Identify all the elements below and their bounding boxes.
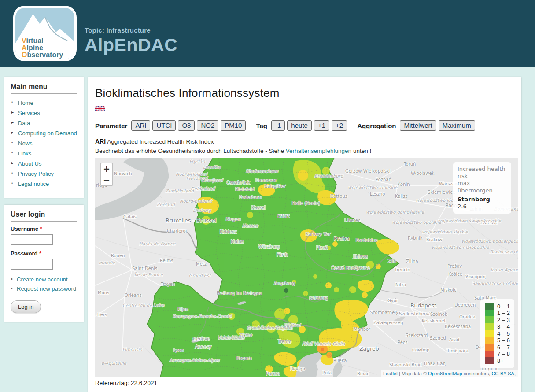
- parameter-button-o3[interactable]: O3: [178, 120, 195, 131]
- tag-button-2[interactable]: +2: [332, 120, 347, 131]
- legend-row: 4 – 5: [485, 330, 510, 337]
- legend-row: 5 – 6: [485, 337, 510, 344]
- password-field[interactable]: [11, 259, 53, 270]
- popup-line1: Increased health risk: [458, 166, 507, 180]
- vao-logo[interactable]: Virtual Alpine Observatory: [13, 6, 77, 61]
- page-body: Main menu •Home▸Services▸Data▸Computing …: [0, 70, 535, 392]
- username-field[interactable]: [11, 234, 53, 245]
- login-links: •Create new account•Request new password: [11, 275, 77, 293]
- sidebar-item-about-us[interactable]: ▸About Us: [11, 159, 77, 169]
- ccbysa-link[interactable]: CC-BY-SA: [491, 371, 514, 376]
- menu-link[interactable]: Computing on Demand: [18, 130, 77, 137]
- map-city-label: Lyon: [173, 348, 184, 353]
- map-city-label: Augsburg: [274, 281, 295, 286]
- map-city-label: Drenthe: [203, 165, 221, 170]
- legend-swatch: [485, 337, 494, 344]
- legend-label: 2 – 3: [497, 317, 510, 323]
- tag-button-heute[interactable]: heute: [287, 120, 312, 131]
- parameter-button-pm10[interactable]: PM10: [221, 120, 246, 131]
- tag-button-1[interactable]: -1: [271, 120, 285, 131]
- map-city-label: województwo śląskie: [422, 229, 468, 235]
- sidebar-item-legal-notice[interactable]: •Legal notice: [11, 179, 77, 189]
- sidebar-item-computing-on-demand[interactable]: ▸Computing on Demand: [11, 128, 77, 138]
- map-city-label: Szekszárd: [406, 333, 428, 338]
- leaflet-map[interactable]: NorwichridgeFryslânDrentheNoord-HollandF…: [95, 158, 518, 377]
- parameter-button-ari[interactable]: ARI: [131, 120, 150, 131]
- sidebar-item-links[interactable]: •Links: [11, 148, 77, 159]
- legend-label: 0 – 1: [497, 303, 510, 310]
- menu-link[interactable]: Legal notice: [18, 181, 49, 187]
- aggregation-button-maximum[interactable]: Maximum: [439, 120, 475, 131]
- legend-swatch: [485, 330, 494, 337]
- aggregation-button-mittelwert[interactable]: Mittelwert: [400, 120, 436, 131]
- uk-flag-icon[interactable]: [95, 106, 105, 111]
- aggregation-buttons: MittelwertMaximum: [400, 120, 477, 131]
- sidebar-item-data[interactable]: ▸Data: [11, 118, 77, 128]
- menu-link[interactable]: Links: [18, 150, 31, 157]
- menu-link[interactable]: Home: [18, 100, 33, 106]
- map-city-label: Noord-Brabant: [180, 199, 213, 203]
- map-city-label: województwo opolskie: [392, 220, 442, 225]
- map-city-label: Toruń: [403, 162, 416, 166]
- menu-link[interactable]: Privacy Policy: [18, 170, 54, 177]
- map-city-label: Hauts-de-France: [139, 241, 176, 246]
- map-city-label: Oradea: [459, 314, 476, 319]
- map-city-label: Gelderland: [191, 186, 216, 191]
- control-bar: Parameter ARIUTCIO3NO2PM10 Tag -1heute+1…: [95, 120, 518, 131]
- map-city-label: Bourgogne-Franche-Comté: [173, 314, 232, 319]
- map-city-label: Südtirol: [284, 323, 301, 328]
- tag-label: Tag: [256, 122, 267, 129]
- map-city-label: Dijon: [177, 307, 188, 312]
- map-city-label: województwo podkarpackie: [461, 239, 518, 244]
- login-link-item[interactable]: •Request new password: [11, 284, 77, 293]
- map-city-label: Jihlava: [353, 254, 368, 259]
- app-title[interactable]: AlpEnDAC: [85, 35, 177, 55]
- parameter-buttons: ARIUTCIO3NO2PM10: [131, 120, 248, 131]
- expand-arrow-icon: ▸: [11, 160, 14, 165]
- sidebar-item-services[interactable]: ▸Services: [11, 108, 77, 118]
- map-city-label: Івано-Франківська: [491, 267, 518, 273]
- main-content: Bioklimatisches Informationssystem Param…: [88, 77, 521, 392]
- map-city-label: województwo lubuskie: [348, 185, 398, 190]
- zoom-in-button[interactable]: +: [101, 163, 112, 174]
- map-city-label: Bruxelles - Brussel: [166, 217, 217, 224]
- map-city-label: Friuli Venezia Giulia: [302, 341, 345, 346]
- main-menu-box: Main menu •Home▸Services▸Data▸Computing …: [4, 77, 84, 198]
- bullet-icon: •: [11, 181, 13, 185]
- menu-link[interactable]: About Us: [18, 160, 41, 167]
- tag-button-1[interactable]: +1: [314, 120, 329, 131]
- map-city-label: Parma: [266, 371, 280, 376]
- sidebar-item-privacy-policy[interactable]: •Privacy Policy: [11, 169, 77, 179]
- map-city-label: Trenčín: [394, 267, 410, 272]
- main-menu-title: Main menu: [11, 83, 77, 94]
- map-city-label: Trento: [277, 339, 291, 344]
- map-city-label: Zeeland: [157, 202, 175, 207]
- map-city-label: Salzburg: [309, 296, 328, 300]
- sidebar-item-home[interactable]: •Home: [11, 98, 77, 108]
- leaflet-link[interactable]: Leaflet: [383, 371, 398, 376]
- zoom-out-button[interactable]: −: [101, 174, 112, 185]
- verhaltensempfehlungen-link[interactable]: Verhaltensempfehlungen: [286, 148, 351, 154]
- map-city-label: Cottbus: [330, 194, 347, 199]
- map-city-label: mandie: [99, 260, 115, 265]
- bullet-icon: •: [11, 151, 13, 155]
- map-city-label: Fürth: [277, 252, 288, 257]
- legend-row: 1 – 2: [485, 310, 510, 317]
- log-in-button[interactable]: Log in: [11, 300, 41, 313]
- parameter-button-no2[interactable]: NO2: [197, 120, 218, 131]
- map-zoom-control: + −: [100, 163, 113, 186]
- menu-link[interactable]: Services: [18, 110, 40, 116]
- parameter-button-utci[interactable]: UTCI: [152, 120, 176, 131]
- map-info-popup: Increased health risk max übermorgen Sta…: [453, 162, 511, 214]
- osm-link[interactable]: OpenStreetMap: [428, 371, 462, 376]
- login-link[interactable]: Create new account: [17, 276, 68, 283]
- menu-link[interactable]: Data: [18, 120, 30, 126]
- map-city-label: Zlín: [388, 259, 396, 264]
- menu-link[interactable]: News: [18, 140, 33, 147]
- login-link-item[interactable]: •Create new account: [11, 275, 77, 284]
- sidebar-item-news[interactable]: •News: [11, 138, 77, 148]
- login-link[interactable]: Request new password: [17, 285, 76, 292]
- map-city-label: Saint-Denis: [132, 266, 157, 271]
- svg-text:Virtual: Virtual: [22, 37, 44, 44]
- map-city-label: Annecy: [195, 344, 211, 349]
